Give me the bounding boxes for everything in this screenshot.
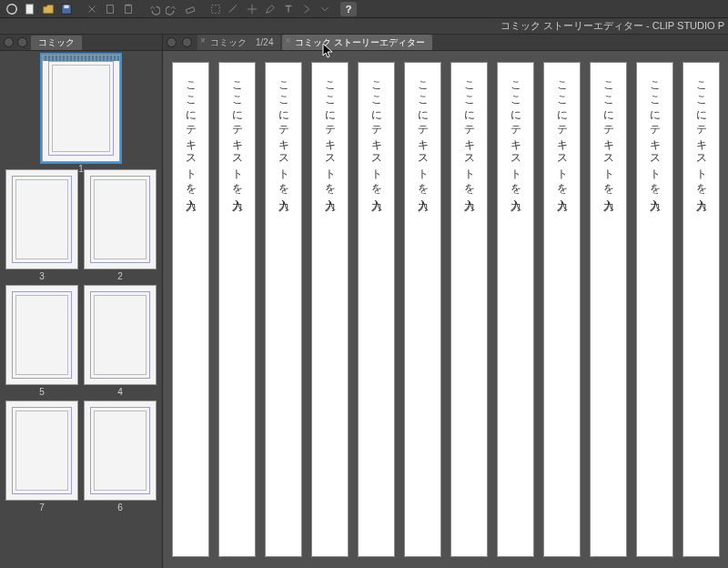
svg-rect-1 xyxy=(26,4,34,14)
page-number-label: 5 xyxy=(5,385,78,397)
tab-comic[interactable]: コミック 1/24 xyxy=(197,35,280,50)
story-text-column[interactable]: ここにテキストを入力 xyxy=(682,62,720,557)
page-thumbnail[interactable]: 3 xyxy=(5,169,78,281)
app-logo-icon[interactable] xyxy=(4,2,20,16)
page-row: 1 xyxy=(5,55,157,166)
page-sidebar: コミック 1325476 xyxy=(0,35,163,568)
page-thumbnail[interactable]: 6 xyxy=(84,401,157,512)
page-thumbnails-list: 1325476 xyxy=(0,51,162,568)
story-placeholder-text: ここにテキストを入力 xyxy=(554,74,570,556)
story-placeholder-text: ここにテキストを入力 xyxy=(322,74,338,556)
tab-story-editor[interactable]: コミック ストーリーエディター xyxy=(282,35,432,50)
next-icon[interactable] xyxy=(298,2,315,16)
open-folder-icon[interactable] xyxy=(40,2,56,16)
story-placeholder-text: ここにテキストを入力 xyxy=(229,74,245,556)
page-thumbnail[interactable]: 4 xyxy=(84,285,157,397)
clipboard-icon[interactable] xyxy=(102,2,118,16)
move-icon[interactable] xyxy=(244,2,260,16)
page-row: 32 xyxy=(5,169,157,281)
redo-icon[interactable] xyxy=(164,2,180,16)
page-number-label: 3 xyxy=(5,269,78,281)
sidebar-tabstrip: コミック xyxy=(0,35,162,51)
page-number-label: 7 xyxy=(5,501,78,512)
page-number-label: 6 xyxy=(84,501,157,512)
story-text-column[interactable]: ここにテキストを入力 xyxy=(358,62,395,557)
chevron-down-icon[interactable] xyxy=(317,2,333,16)
sidebar-tab-comic[interactable]: コミック xyxy=(31,36,82,50)
story-placeholder-text: ここにテキストを入力 xyxy=(415,74,430,556)
story-text-column[interactable]: ここにテキストを入力 xyxy=(311,62,349,557)
story-placeholder-text: ここにテキストを入力 xyxy=(601,74,616,556)
svg-rect-8 xyxy=(212,5,220,13)
story-text-column[interactable]: ここにテキストを入力 xyxy=(265,62,302,557)
doc-panel-close-icon[interactable] xyxy=(167,37,177,47)
app-title: コミック ストーリーエディター - CLIP STUDIO P xyxy=(500,19,724,33)
page-thumbnail[interactable]: 2 xyxy=(84,169,157,281)
main-toolbar: ? xyxy=(0,0,728,18)
story-text-column[interactable]: ここにテキストを入力 xyxy=(497,62,534,557)
pen-icon[interactable] xyxy=(262,2,278,16)
cut-icon[interactable] xyxy=(84,2,100,16)
doc-panel-minimize-icon[interactable] xyxy=(182,37,192,47)
svg-rect-7 xyxy=(186,6,195,13)
story-text-column[interactable]: ここにテキストを入力 xyxy=(590,62,627,557)
story-placeholder-text: ここにテキストを入力 xyxy=(693,74,709,556)
paste-icon[interactable] xyxy=(120,2,136,16)
story-placeholder-text: ここにテキストを入力 xyxy=(276,74,291,556)
page-thumbnail[interactable]: 7 xyxy=(5,401,78,512)
page-row: 54 xyxy=(5,285,157,397)
panel-minimize-icon[interactable] xyxy=(17,37,27,47)
window-titlebar: コミック ストーリーエディター - CLIP STUDIO P xyxy=(0,18,728,35)
document-tabstrip: コミック 1/24コミック ストーリーエディター xyxy=(163,35,728,51)
svg-rect-6 xyxy=(126,4,130,5)
story-text-column[interactable]: ここにテキストを入力 xyxy=(172,62,209,557)
page-number-label: 2 xyxy=(84,269,157,281)
svg-rect-4 xyxy=(107,5,114,13)
svg-rect-3 xyxy=(64,5,68,8)
story-text-column[interactable]: ここにテキストを入力 xyxy=(404,62,441,557)
story-placeholder-text: ここにテキストを入力 xyxy=(183,74,198,556)
page-thumbnail[interactable]: 5 xyxy=(5,285,78,397)
svg-rect-5 xyxy=(126,5,132,13)
story-text-column[interactable]: ここにテキストを入力 xyxy=(450,62,488,557)
canvas-area: コミック 1/24コミック ストーリーエディター ここにテキストを入力ここにテキ… xyxy=(163,35,728,568)
new-file-icon[interactable] xyxy=(22,2,38,16)
select-tool-icon[interactable] xyxy=(207,2,224,16)
story-editor-viewport[interactable]: ここにテキストを入力ここにテキストを入力ここにテキストを入力ここにテキストを入力… xyxy=(163,51,728,568)
ruler-icon[interactable] xyxy=(226,2,242,16)
story-text-column[interactable]: ここにテキストを入力 xyxy=(543,62,581,557)
page-row: 76 xyxy=(5,401,157,512)
story-placeholder-text: ここにテキストを入力 xyxy=(461,74,477,556)
story-placeholder-text: ここにテキストを入力 xyxy=(508,74,523,556)
story-text-column[interactable]: ここにテキストを入力 xyxy=(218,62,256,557)
page-number-label: 4 xyxy=(84,385,157,397)
text-icon[interactable] xyxy=(280,2,297,16)
panel-close-icon[interactable] xyxy=(4,37,14,47)
undo-icon[interactable] xyxy=(146,2,162,16)
story-placeholder-text: ここにテキストを入力 xyxy=(647,74,662,556)
save-icon[interactable] xyxy=(58,2,75,16)
eraser-icon[interactable] xyxy=(182,2,198,16)
help-button[interactable]: ? xyxy=(340,2,357,16)
story-placeholder-text: ここにテキストを入力 xyxy=(369,74,384,556)
page-thumbnail[interactable]: 1 xyxy=(42,55,120,166)
story-text-column[interactable]: ここにテキストを入力 xyxy=(636,62,673,557)
